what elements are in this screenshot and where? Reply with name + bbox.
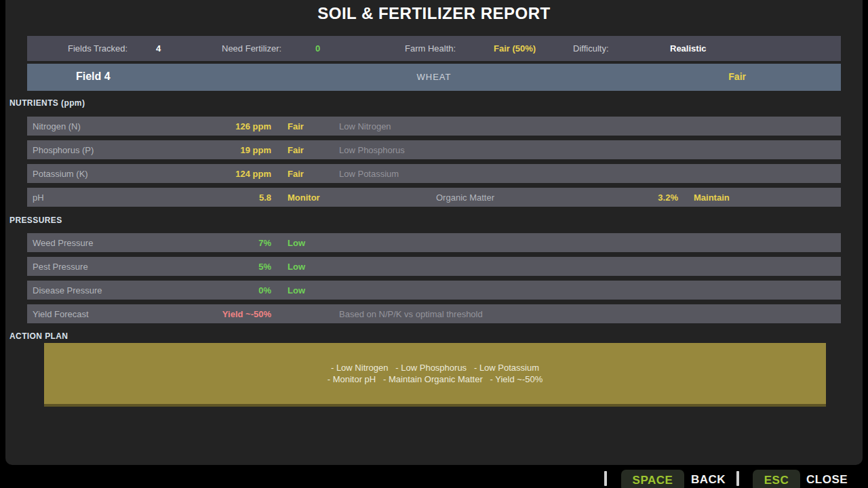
nutrient-label: Phosphorus (P): [33, 145, 94, 155]
field-header-row: Field 4 WHEAT Fair: [27, 64, 841, 91]
action-plan-box: - Low Nitrogen - Low Phosphorus - Low Po…: [44, 343, 826, 407]
action-plan-section-label: ACTION PLAN: [9, 331, 68, 341]
soil-fertilizer-report-screen: SOIL & FERTILIZER REPORT Fields Tracked:…: [0, 0, 868, 488]
pressures-section-label: PRESSURES: [9, 216, 62, 225]
nutrient-value: 124 ppm: [197, 169, 271, 179]
field-crop: WHEAT: [27, 72, 841, 82]
yield-value: Yield ~-50%: [170, 309, 271, 319]
yield-forecast-row: Yield Forecast Yield ~-50% Based on N/P/…: [27, 304, 841, 323]
pressure-value: 7%: [197, 238, 271, 248]
yield-label: Yield Forecast: [33, 309, 89, 319]
stats-bar: Fields Tracked: 4 Need Fertilizer: 0 Far…: [27, 36, 841, 61]
ph-value: 5.8: [197, 192, 271, 203]
ph-label: pH: [33, 192, 44, 203]
ph-row: pH 5.8 Monitor Organic Matter 3.2% Maint…: [27, 188, 841, 207]
organic-matter-label: Organic Matter: [436, 192, 494, 203]
organic-matter-value: 3.2%: [604, 192, 678, 203]
pressure-status: Low: [288, 238, 305, 248]
pressure-status: Low: [288, 285, 305, 296]
need-fertilizer-label: Need Fertilizer:: [222, 43, 281, 54]
action-plan-line-1: - Low Nitrogen - Low Phosphorus - Low Po…: [331, 362, 539, 373]
nutrient-note: Low Phosphorus: [339, 145, 405, 155]
nutrient-row-phosphorus: Phosphorus (P) 19 ppm Fair Low Phosphoru…: [27, 140, 841, 159]
pressure-row-weed: Weed Pressure 7% Low: [27, 233, 841, 252]
fields-tracked-value: 4: [156, 43, 161, 54]
pressure-label: Weed Pressure: [33, 238, 93, 248]
nutrient-value: 19 ppm: [197, 145, 271, 155]
footer-separator: [604, 471, 607, 486]
nutrient-note: Low Potassium: [339, 169, 399, 179]
fields-tracked-label: Fields Tracked:: [68, 43, 127, 54]
footer-bar: SPACE BACK ESC CLOSE: [0, 465, 868, 488]
report-panel: SOIL & FERTILIZER REPORT Fields Tracked:…: [5, 0, 863, 465]
pressure-value: 0%: [197, 285, 271, 296]
nutrient-status: Fair: [288, 169, 304, 179]
ph-status: Monitor: [288, 192, 320, 203]
nutrient-label: Potassium (K): [33, 169, 88, 179]
nutrient-label: Nitrogen (N): [33, 121, 81, 131]
pressure-row-pest: Pest Pressure 5% Low: [27, 257, 841, 276]
footer-separator: [736, 471, 739, 486]
pressure-row-disease: Disease Pressure 0% Low: [27, 281, 841, 300]
nutrients-section-label: NUTRIENTS (ppm): [9, 98, 85, 108]
nutrient-status: Fair: [288, 121, 304, 131]
pressure-value: 5%: [197, 262, 271, 272]
nutrient-row-nitrogen: Nitrogen (N) 126 ppm Fair Low Nitrogen: [27, 117, 841, 136]
pressure-label: Pest Pressure: [33, 262, 88, 272]
close-button[interactable]: CLOSE: [806, 473, 848, 487]
organic-matter-status: Maintain: [694, 192, 730, 203]
yield-note: Based on N/P/K vs optimal threshold: [339, 309, 483, 319]
action-plan-line-2: - Monitor pH - Maintain Organic Matter -…: [328, 373, 543, 385]
nutrient-value: 126 ppm: [197, 121, 271, 131]
page-title: SOIL & FERTILIZER REPORT: [5, 4, 863, 23]
space-key-button[interactable]: SPACE: [621, 470, 684, 488]
nutrient-status: Fair: [288, 145, 304, 155]
need-fertilizer-value: 0: [315, 43, 320, 54]
difficulty-value: Realistic: [670, 43, 706, 54]
nutrient-row-potassium: Potassium (K) 124 ppm Fair Low Potassium: [27, 164, 841, 183]
back-button[interactable]: BACK: [691, 473, 726, 487]
nutrient-note: Low Nitrogen: [339, 121, 391, 131]
farm-health-label: Farm Health:: [405, 43, 456, 54]
field-status-badge: Fair: [728, 71, 746, 82]
difficulty-label: Difficulty:: [573, 43, 609, 54]
pressure-status: Low: [288, 262, 305, 272]
farm-health-value: Fair (50%): [494, 43, 536, 54]
esc-key-button[interactable]: ESC: [753, 470, 800, 488]
pressure-label: Disease Pressure: [33, 285, 102, 296]
